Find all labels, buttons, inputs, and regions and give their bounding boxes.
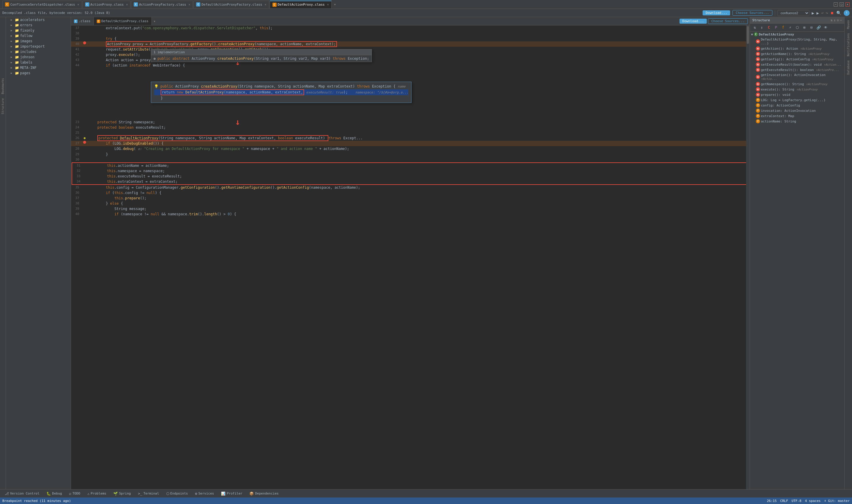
tree-item-pages[interactable]: ▶ 📁 pages <box>6 70 71 76</box>
struct-member-14[interactable]: f extraContext: Map <box>750 113 844 119</box>
code-line-main-34: 34 this.extraContext = extraContext; <box>72 179 748 184</box>
search-button[interactable]: 🔍 <box>836 11 841 15</box>
step-over-button[interactable]: ↩ <box>821 11 823 15</box>
tab-confluence-servlet[interactable]: C ConfluenceServletDispatcher.class × <box>2 1 82 8</box>
struct-member-5[interactable]: m setExecuteResult(boolean): void ↑Actio… <box>750 62 844 67</box>
show-class[interactable]: C <box>766 24 772 31</box>
scrollbar-thumb[interactable] <box>747 26 749 44</box>
download-button[interactable]: Download... <box>703 10 730 15</box>
debug-run-button[interactable]: ▶ <box>816 11 819 15</box>
dependencies-tab[interactable]: 📦 Dependencies <box>247 489 281 498</box>
struct-member-2[interactable]: m getAction(): Action ↑ActionProxy <box>750 46 844 51</box>
notifications-tab[interactable]: Notifications <box>846 31 851 58</box>
settings-button[interactable]: ⚙ <box>837 18 839 22</box>
endpoints-label: Endpoints <box>170 491 188 496</box>
bookmarks-tab[interactable]: Bookmarks <box>1 76 5 96</box>
services-tab[interactable]: ⚙ Services <box>193 489 216 498</box>
inner-tab-class[interactable]: C .class <box>71 17 94 25</box>
structure-side-tab[interactable]: Structure <box>1 96 5 116</box>
tree-item-follow[interactable]: ▶ 📁 follow <box>6 33 71 38</box>
tab-action-proxy[interactable]: C ActionProxy.class × <box>83 1 131 8</box>
tree-item-includes[interactable]: ▶ 📁 includes <box>6 49 71 54</box>
tab-close-4[interactable]: × <box>265 3 267 6</box>
arrow-icon: ▶ <box>11 34 14 37</box>
database-tab[interactable]: Database <box>846 58 851 76</box>
debug-tab[interactable]: 🐛 Debug <box>44 489 64 498</box>
filter-button[interactable]: ⚡ <box>787 24 793 31</box>
minimize-button[interactable]: ─ <box>834 2 838 6</box>
scrollbar-track[interactable] <box>746 25 750 489</box>
problems-tab[interactable]: ⚠ Problems <box>85 489 109 498</box>
struct-member-1[interactable]: m DefaultActionProxy(String, String, Map… <box>750 37 844 46</box>
tab-close-5[interactable]: × <box>327 3 329 6</box>
endpoints-tab[interactable]: ⬡ Endpoints <box>164 489 191 498</box>
folder-icon: 📁 <box>15 66 19 70</box>
sort-alpha-button[interactable]: ⇅ <box>831 18 833 22</box>
tree-item-johnson[interactable]: ▶ 📁 johnson <box>6 54 71 60</box>
tree-item-importexport[interactable]: ▶ 📁 importexport <box>6 44 71 49</box>
spring-tab[interactable]: 🌱 Spring <box>111 489 133 498</box>
code-area[interactable]: 37 extraContext.put("com.opensymphony.xw… <box>71 25 750 489</box>
tree-item-images[interactable]: ▶ 📁 images <box>6 38 71 44</box>
expand-all[interactable]: ⊞ <box>801 24 807 31</box>
tree-item-fixonly[interactable]: ▶ 📁 fixonly <box>6 28 71 33</box>
sort-button[interactable]: ↕ <box>834 18 836 22</box>
tab-close-1[interactable]: × <box>77 3 79 6</box>
configuration-dropdown[interactable]: confluence2 <box>777 10 810 16</box>
terminal-tab[interactable]: >_ Terminal <box>135 489 161 498</box>
version-control-tab[interactable]: ⎇ Version Control <box>2 489 42 498</box>
struct-member-13[interactable]: f invocation: ActionInvocation <box>750 108 844 113</box>
struct-member-15[interactable]: f actionName: String <box>750 119 844 124</box>
tree-item-labels[interactable]: ▶ 📁 labels <box>6 60 71 65</box>
show-inherited[interactable]: ⬡ <box>794 24 800 31</box>
tree-item-errors[interactable]: ▶ 📁 errors <box>6 22 71 28</box>
inner-download-button[interactable]: Download... <box>679 19 707 24</box>
inner-choose-sources-button[interactable]: Choose Sources... <box>708 18 748 24</box>
step-into-button[interactable]: ↪ <box>826 11 828 15</box>
tree-item-accelerators[interactable]: ▶ 📁 accelerators <box>6 17 71 22</box>
close-button[interactable]: × <box>846 2 850 6</box>
struct-member-12[interactable]: f config: ActionConfig <box>750 103 844 108</box>
todo-tab[interactable]: ☑ TODO <box>67 489 83 498</box>
close-panel-button[interactable]: − <box>840 18 842 22</box>
stop-button[interactable]: ⏹ <box>830 11 834 15</box>
tab-close-2[interactable]: × <box>126 3 128 6</box>
view-options[interactable]: 👁 <box>823 24 829 31</box>
struct-root[interactable]: ▼ C DefaultActionProxy <box>750 32 844 37</box>
struct-method-icon: m <box>756 93 760 97</box>
tab-default-action-proxy[interactable]: C DefaultActionProxy.class × <box>270 1 332 8</box>
struct-member-10[interactable]: m prepare(): void <box>750 92 844 97</box>
method-impl-popup[interactable]: 💡 public ActionProxy createActionProxy(S… <box>151 82 412 103</box>
tab-default-proxy-factory[interactable]: C DefaultActionProxyFactory.class × <box>194 1 269 8</box>
sort-by-name[interactable]: ⇅ <box>752 24 758 31</box>
show-fields[interactable]: f <box>780 24 786 31</box>
sort-by-visibility[interactable]: ↕ <box>759 24 765 31</box>
struct-member-7[interactable]: m getInvocation(): ActionInvocation ↑Act… <box>750 72 844 81</box>
maximize-button[interactable]: □ <box>839 2 844 6</box>
choose-sources-button[interactable]: Choose Sources... <box>732 10 773 16</box>
struct-member-3[interactable]: m getActionName(): String ↑ActionProxy <box>750 51 844 56</box>
struct-member-11[interactable]: f LOG: Log = LogFactory.getLog(...) <box>750 97 844 103</box>
tab-action-proxy-factory[interactable]: C ActionProxyFactory.class × <box>131 1 193 8</box>
profiler-tab[interactable]: 📊 Profiler <box>219 489 244 498</box>
struct-member-8[interactable]: m getNamespace(): String ↑ActionProxy <box>750 81 844 87</box>
inner-tab-default-proxy[interactable]: C DefaultActionProxy.class <box>94 17 152 25</box>
tabs-overflow[interactable]: ▾ <box>332 2 338 6</box>
struct-member-6[interactable]: m getExecuteResult(): boolean ↑ActionPro… <box>750 67 844 72</box>
struct-label-8: getNamespace(): String ↑ActionProxy <box>761 82 828 86</box>
version-control-icon: ⎇ <box>5 491 9 496</box>
link-editor[interactable]: 🔗 <box>816 24 821 31</box>
maven-tab[interactable]: Maven <box>846 18 851 31</box>
struct-field-icon: f <box>756 114 760 118</box>
notification-button[interactable]: ! <box>844 10 850 16</box>
struct-member-9[interactable]: m execute(): String ↑ActionProxy <box>750 87 844 92</box>
tree-item-meta-inf[interactable]: ▶ 📁 META-INF <box>6 65 71 70</box>
run-button[interactable]: ▶ <box>812 11 814 15</box>
tab-close-3[interactable]: × <box>188 3 190 6</box>
struct-member-4[interactable]: m getConfig(): ActionConfig ↑ActionProxy <box>750 56 844 62</box>
impl-popup-item[interactable]: ● public abstract ActionProxy createActi… <box>151 55 371 62</box>
collapse-all[interactable]: ⊟ <box>809 24 814 31</box>
implementation-popup[interactable]: 1 implementation ● public abstract Actio… <box>151 49 372 62</box>
inner-tab-overflow[interactable]: ▾ <box>152 19 157 23</box>
show-protected[interactable]: P <box>773 24 779 31</box>
